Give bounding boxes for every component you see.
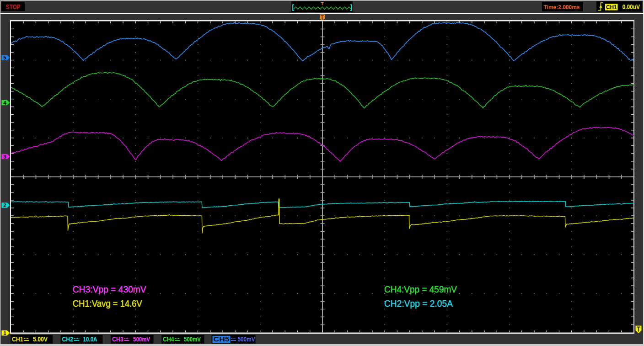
svg-text:5.00V: 5.00V: [33, 335, 48, 343]
svg-text:1: 1: [3, 330, 6, 336]
svg-text:CH2:Vpp = 2.05A: CH2:Vpp = 2.05A: [384, 298, 453, 309]
svg-text:CH3: CH3: [112, 335, 123, 343]
svg-text:500mV: 500mV: [238, 335, 256, 343]
svg-text:CH1:Vavg = 14.6V: CH1:Vavg = 14.6V: [73, 298, 143, 309]
svg-text:CH3:Vpp = 430mV: CH3:Vpp = 430mV: [73, 284, 147, 294]
svg-text:2: 2: [3, 202, 6, 208]
svg-text:Time:2.000ms: Time:2.000ms: [544, 4, 580, 11]
svg-text:CH2: CH2: [62, 335, 74, 343]
svg-text:CH4:Vpp = 459mV: CH4:Vpp = 459mV: [384, 284, 457, 294]
svg-text:STOP: STOP: [6, 3, 21, 11]
svg-text:CH4: CH4: [163, 335, 174, 343]
svg-text:5: 5: [3, 55, 6, 60]
svg-text:CH1: CH1: [12, 335, 23, 343]
svg-text:500mV: 500mV: [133, 335, 150, 343]
svg-text:CH1: CH1: [606, 4, 617, 11]
svg-text:CH5: CH5: [214, 335, 230, 343]
svg-text:10.0A: 10.0A: [83, 335, 97, 343]
svg-text:0.00uV: 0.00uV: [623, 3, 640, 11]
svg-text:4: 4: [3, 100, 6, 106]
svg-text:T: T: [321, 1, 324, 6]
svg-text:3: 3: [3, 154, 6, 160]
svg-text:500mV: 500mV: [184, 335, 201, 343]
